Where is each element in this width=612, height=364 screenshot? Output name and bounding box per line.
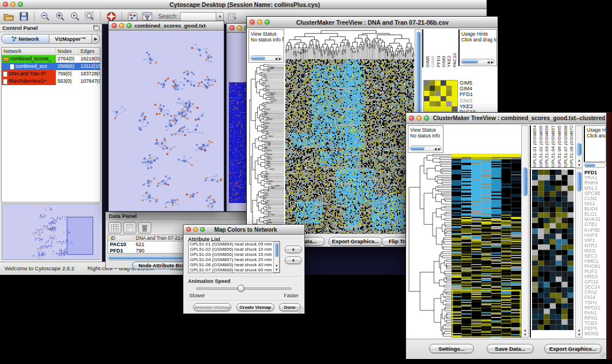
column-label[interactable]: GIM4 — [430, 30, 435, 67]
column-label[interactable]: GPL51-04 (GSM857) — [550, 125, 557, 167]
tv1-row-dendrogram[interactable] — [248, 64, 284, 233]
tv2-row-dendrogram[interactable] — [408, 154, 452, 338]
minimize-icon[interactable] — [193, 227, 198, 232]
usage-hints-scrollbar[interactable]: ◀▶ — [461, 59, 495, 64]
scroll-left-icon[interactable]: ◀ — [274, 57, 277, 60]
network-row[interactable]: DNA and Tran 07 769(0) 183728(0) — [2, 70, 100, 78]
search-input[interactable]: ▼ — [180, 12, 224, 21]
column-label[interactable]: PFD1 — [436, 30, 441, 67]
save-data-button[interactable]: Save Data... — [487, 344, 534, 353]
row-label[interactable]: GIM4 — [460, 86, 496, 91]
resize-grip[interactable] — [297, 306, 304, 313]
row-label[interactable]: GIM3 — [460, 98, 496, 104]
tv2-heatmap[interactable] — [452, 154, 521, 338]
row-label[interactable]: PFD1 — [460, 91, 496, 97]
create-attribute-button[interactable] — [123, 222, 136, 233]
scroll-down-icon[interactable]: ▼ — [577, 163, 581, 167]
row-label[interactable]: GIM5 — [460, 80, 496, 86]
move-down-button[interactable]: ∨ — [285, 256, 302, 264]
row-label[interactable]: YKE2 — [460, 104, 496, 109]
tv1-heatmap[interactable] — [285, 59, 414, 233]
attribute-select-button[interactable] — [108, 222, 121, 233]
column-label[interactable]: GPL51-03 (GSM856) — [544, 125, 550, 167]
scroll-left-icon[interactable]: ◀ — [434, 147, 437, 151]
close-icon[interactable] — [3, 2, 8, 7]
column-label[interactable]: GPL51-08 (GSM872) — [569, 125, 575, 167]
tv2-zoom-vscrollbar[interactable]: ▲ ▼ — [575, 168, 583, 338]
minimize-icon[interactable] — [257, 20, 262, 25]
close-icon[interactable] — [230, 25, 235, 30]
zoom-window-icon[interactable] — [127, 23, 132, 28]
scroll-down-icon[interactable]: ▼ — [577, 333, 581, 336]
zoom-window-icon[interactable] — [18, 2, 23, 7]
column-label[interactable]: GPL51-06 (GSM865) — [557, 125, 563, 167]
attribute-list[interactable]: GPL51-01 (GSM854) heat shock 05 minGPL51… — [188, 241, 280, 273]
search-dropdown-icon[interactable]: ▼ — [216, 13, 223, 21]
tv1-thumbnail-matrix[interactable] — [423, 80, 458, 112]
open-file-button[interactable] — [2, 11, 15, 22]
delete-attribute-button[interactable] — [138, 222, 151, 233]
float-panel-icon[interactable] — [94, 26, 100, 30]
zoom-out-button[interactable] — [39, 11, 51, 22]
col-nodes[interactable]: Nodes — [56, 48, 79, 55]
export-graphics-button[interactable]: Export Graphics... — [328, 237, 382, 246]
view-status-scrollbar[interactable]: ◀▶ — [410, 145, 442, 151]
column-label[interactable]: GIM5 — [425, 30, 430, 67]
zoom-in-button[interactable] — [53, 11, 66, 22]
table-import-icon[interactable] — [226, 11, 239, 22]
window-controls[interactable] — [0, 2, 26, 7]
zoom-fit-button[interactable] — [83, 11, 96, 22]
col-network[interactable]: Network — [2, 48, 56, 55]
tv2-zoom-upper-scrollbar[interactable]: ▲ ▼ — [575, 125, 583, 168]
scroll-right-icon[interactable]: ▶ — [438, 147, 441, 151]
scroll-up-icon[interactable]: ▲ — [523, 328, 527, 332]
close-icon[interactable] — [250, 20, 255, 25]
scroll-left-icon[interactable]: ◀ — [487, 60, 489, 64]
gene-label[interactable]: MON2 — [584, 331, 606, 336]
minimize-icon[interactable] — [237, 25, 242, 30]
zoom-window-icon[interactable] — [424, 116, 429, 121]
column-label[interactable]: GIM3 — [441, 30, 446, 67]
zoom-window-icon[interactable] — [200, 227, 205, 232]
main-titlebar[interactable]: Cytoscape Desktop (Session Name: collins… — [0, 0, 487, 9]
tab-vizmapper[interactable]: VizMapper™ — [49, 34, 92, 44]
column-label[interactable]: GPL51-02 (GSM855) — [538, 125, 545, 167]
tv2-zoom-panel[interactable] — [530, 168, 575, 338]
attribute-list-scrollbar[interactable]: ▲ ▼ — [273, 242, 280, 273]
move-up-button[interactable]: ∧ — [285, 246, 302, 253]
minimize-icon[interactable] — [416, 116, 422, 121]
settings-button[interactable]: Settings... — [429, 344, 474, 353]
minimize-icon[interactable] — [10, 2, 16, 7]
attribute-item[interactable]: GPL51-07 (GSM868) heat shock 60 min — [190, 268, 280, 273]
scroll-up-icon[interactable]: ▲ — [577, 159, 581, 162]
col-edges[interactable]: Edges — [79, 48, 100, 55]
resize-grip[interactable] — [599, 351, 606, 358]
scroll-up-icon[interactable]: ▲ — [577, 328, 581, 332]
network-row[interactable]: combined_scores_ 2764(0) 16218(0) — [2, 55, 100, 63]
scroll-right-icon[interactable]: ▶ — [491, 60, 494, 64]
data-col-id[interactable]: ID — [108, 235, 133, 241]
save-button[interactable] — [17, 11, 30, 22]
zoom-window-icon[interactable] — [265, 20, 270, 25]
create-vizmap-button[interactable]: Create Vizmap — [236, 303, 274, 311]
scroll-right-icon[interactable]: ▶ — [278, 57, 281, 60]
usage-hints-scrollbar[interactable] — [584, 162, 606, 168]
column-label[interactable]: GPL51-07 (GSM868) — [563, 125, 569, 167]
scroll-down-icon[interactable]: ▼ — [523, 333, 527, 336]
network-overview-panel[interactable] — [2, 204, 100, 260]
tab-network[interactable]: Network — [1, 34, 49, 44]
column-label[interactable]: GPL51-01 (GSM854) — [532, 125, 538, 167]
column-label[interactable]: YKE2 — [446, 30, 452, 67]
close-icon[interactable] — [186, 227, 191, 232]
speed-slider-thumb[interactable] — [238, 285, 244, 292]
export-graphics-button[interactable]: Export Graphics... — [544, 344, 602, 353]
close-icon[interactable] — [409, 116, 414, 121]
column-label[interactable]: PAC10 — [452, 30, 457, 67]
animate-vizmap-button[interactable]: Animate Vizmap — [193, 303, 231, 311]
scroll-down-icon[interactable]: ▼ — [275, 268, 278, 271]
minimize-icon[interactable] — [119, 23, 124, 28]
zoom-selected-button[interactable] — [68, 11, 81, 22]
close-icon[interactable] — [112, 23, 117, 28]
scroll-up-icon[interactable]: ▲ — [275, 263, 278, 267]
tv1-column-dendrogram[interactable] — [285, 29, 414, 59]
